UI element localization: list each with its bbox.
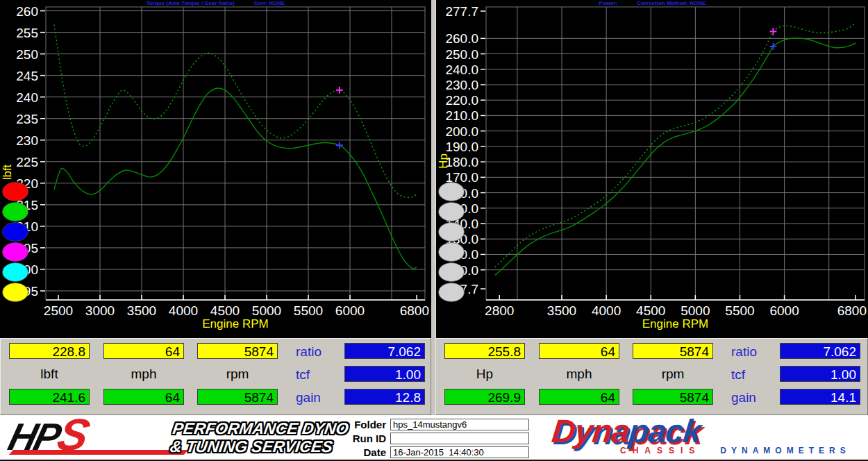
dynapack-word-blue: pack bbox=[627, 412, 703, 449]
svg-text:5500: 5500 bbox=[725, 303, 754, 318]
dynapack-word-red: Dyna bbox=[550, 412, 631, 449]
tcf-label: tcf bbox=[296, 367, 310, 383]
svg-text:240: 240 bbox=[16, 90, 38, 105]
svg-text:6000: 6000 bbox=[769, 303, 799, 318]
folder-label: Folder bbox=[346, 419, 386, 430]
dynapack-logo: Dynapack CHASSISDYNAMOMETERS bbox=[552, 415, 858, 460]
svg-text:220.0: 220.0 bbox=[445, 93, 478, 108]
power-overlay-rpm-box: 5874 bbox=[633, 389, 713, 405]
svg-text:6000: 6000 bbox=[335, 303, 365, 318]
channel-button-cyan[interactable] bbox=[3, 263, 28, 282]
svg-text:230.0: 230.0 bbox=[445, 78, 478, 92]
x-axis-label: Engine RPM bbox=[642, 317, 708, 330]
channel-button-gray-3[interactable] bbox=[439, 223, 465, 242]
svg-text:2800: 2800 bbox=[485, 303, 514, 318]
ratio-value-box: 7.062 bbox=[344, 343, 425, 359]
rpm-unit-label: rpm bbox=[633, 367, 713, 382]
power-chart[interactable]: 97.7110.0120.0130.0140.0150.0160.0170.01… bbox=[436, 0, 868, 338]
channel-button-gray-1[interactable] bbox=[439, 183, 465, 201]
torque-chart[interactable]: 1952002052102152202252302352402452502552… bbox=[0, 0, 431, 338]
cursor-marker-torque-run-current bbox=[336, 142, 343, 149]
gain-value-box: 12.8 bbox=[344, 389, 425, 405]
hps-tagline: PERFORMANCE DYNO & TUNING SERVICES bbox=[169, 419, 354, 455]
channel-button-gray-4[interactable] bbox=[439, 243, 465, 262]
svg-text:250.0: 250.0 bbox=[445, 47, 478, 62]
torque-readout-panel: 228.8 64 5874 lbft mph rpm 241.6 64 5874… bbox=[0, 338, 431, 415]
torque-run-current-curve bbox=[54, 88, 417, 269]
channel-button-green[interactable] bbox=[3, 203, 28, 221]
svg-text:5500: 5500 bbox=[294, 303, 323, 318]
hps-logo-swoosh bbox=[9, 450, 188, 455]
date-input[interactable] bbox=[390, 446, 529, 458]
power-cursor-value-box: 255.8 bbox=[444, 343, 525, 359]
svg-text:3500: 3500 bbox=[547, 303, 576, 318]
ratio-label: ratio bbox=[296, 344, 322, 360]
run-info-fields: Folder Run ID Date bbox=[346, 418, 529, 460]
dynapack-dynamometers-label: DYNAMOMETERS bbox=[720, 446, 850, 455]
torque-chart-panel: 1952002052102152202252302352402452502552… bbox=[0, 0, 431, 338]
torque-cursor-value-box: 228.8 bbox=[9, 343, 90, 359]
svg-text:225: 225 bbox=[16, 155, 38, 169]
channel-button-blue[interactable] bbox=[3, 223, 28, 242]
svg-text:6800: 6800 bbox=[837, 303, 867, 318]
power-overlay-value-box: 269.9 bbox=[444, 389, 525, 405]
power-chart-panel: 97.7110.0120.0130.0140.0150.0160.0170.01… bbox=[435, 0, 868, 338]
rpm-unit-label: rpm bbox=[197, 367, 278, 382]
channel-button-red[interactable] bbox=[3, 183, 28, 201]
torque-overlay-rpm-box: 5874 bbox=[197, 389, 278, 405]
svg-text:235: 235 bbox=[16, 112, 38, 126]
footer-bar: HPS PERFORMANCE DYNO & TUNING SERVICES F… bbox=[0, 415, 868, 461]
mph-unit-label: mph bbox=[103, 367, 184, 382]
channel-button-magenta[interactable] bbox=[3, 243, 28, 262]
power-chart-header: Power:Correction Method: NONE bbox=[436, 0, 868, 7]
channel-button-yellow[interactable] bbox=[3, 283, 28, 302]
power-unit-label: Hp bbox=[444, 367, 525, 382]
y-axis-unit-label: Hp bbox=[437, 153, 450, 169]
x-axis-label: Engine RPM bbox=[202, 317, 268, 330]
svg-text:6800: 6800 bbox=[400, 303, 429, 318]
ratio-value-box: 7.062 bbox=[780, 343, 860, 359]
svg-text:4500: 4500 bbox=[210, 303, 240, 318]
dynapack-chassis-label: CHASSIS bbox=[620, 446, 701, 455]
power-run-overlay-curve bbox=[495, 22, 856, 267]
channel-button-gray-5[interactable] bbox=[439, 263, 465, 282]
channel-button-gray-2[interactable] bbox=[439, 203, 465, 221]
torque-correction-label: Corr: NONE bbox=[253, 0, 285, 6]
power-correction-label: Correction Method: NONE bbox=[637, 0, 706, 6]
cursor-marker-torque-run-overlay bbox=[336, 87, 343, 94]
svg-text:4000: 4000 bbox=[169, 303, 198, 318]
svg-text:4500: 4500 bbox=[636, 303, 665, 318]
power-run-current-curve bbox=[495, 38, 856, 276]
folder-input[interactable] bbox=[390, 419, 529, 430]
gain-label: gain bbox=[296, 390, 321, 405]
svg-text:245: 245 bbox=[16, 69, 38, 83]
svg-text:250: 250 bbox=[16, 47, 38, 62]
torque-rpm-value-box: 5874 bbox=[197, 343, 278, 359]
svg-text:2500: 2500 bbox=[44, 303, 73, 318]
power-readout-panel: 255.8 64 5874 Hp mph rpm 269.9 64 5874 r… bbox=[435, 338, 868, 415]
mph-unit-label: mph bbox=[539, 367, 619, 382]
svg-text:3000: 3000 bbox=[85, 303, 115, 318]
tcf-value-box: 1.00 bbox=[780, 366, 860, 382]
torque-chart-header: Torque (Axle Torque / Gear Ratio)Corr: N… bbox=[0, 0, 431, 7]
power-rpm-value-box: 5874 bbox=[633, 343, 713, 359]
torque-overlay-mph-box: 64 bbox=[103, 389, 184, 405]
torque-mph-value-box: 64 bbox=[103, 343, 184, 359]
svg-text:200.0: 200.0 bbox=[445, 124, 478, 139]
power-chart-title: Power: bbox=[599, 0, 618, 6]
channel-button-gray-6[interactable] bbox=[439, 283, 465, 302]
run-id-input[interactable] bbox=[390, 433, 529, 444]
ratio-label: ratio bbox=[731, 344, 757, 360]
svg-text:255: 255 bbox=[16, 26, 38, 40]
svg-text:3500: 3500 bbox=[127, 303, 156, 318]
power-mph-value-box: 64 bbox=[539, 343, 619, 359]
power-overlay-mph-box: 64 bbox=[539, 389, 619, 405]
svg-text:210.0: 210.0 bbox=[445, 108, 478, 123]
hps-tagline-line2: & TUNING SERVICES bbox=[169, 437, 352, 455]
svg-text:4000: 4000 bbox=[592, 303, 621, 318]
svg-text:260.0: 260.0 bbox=[445, 31, 478, 46]
torque-chart-title: Torque (Axle Torque / Gear Ratio) bbox=[147, 0, 235, 6]
svg-text:190.0: 190.0 bbox=[445, 140, 478, 154]
tcf-label: tcf bbox=[731, 367, 745, 383]
run-id-label: Run ID bbox=[346, 433, 386, 444]
